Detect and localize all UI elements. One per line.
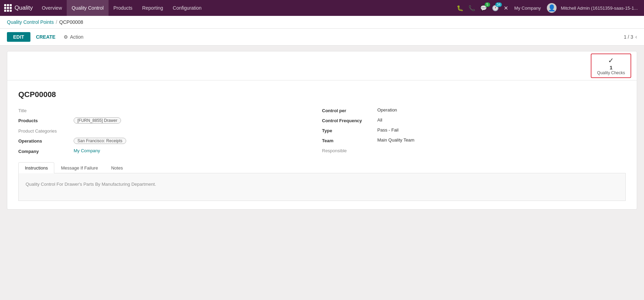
top-menu: Overview Quality Control Products Report…: [37, 0, 454, 16]
operations-tag[interactable]: San Francisco: Receipts: [74, 138, 126, 144]
quality-checks-label: Quality Checks: [597, 70, 625, 75]
breadcrumb-parent[interactable]: Quality Control Points: [7, 19, 54, 25]
title-label: Title: [18, 107, 74, 113]
menu-reporting[interactable]: Reporting: [137, 0, 168, 16]
chat-badge: 5: [485, 2, 490, 7]
menu-configuration[interactable]: Configuration: [168, 0, 206, 16]
products-row: Products [FURN_8855] Drawer: [18, 117, 322, 124]
apps-grid-icon[interactable]: [4, 4, 12, 12]
pagination: 1 / 3 ‹: [624, 34, 637, 40]
form-left-column: Title Products [FURN_8855] Drawer Produc…: [18, 107, 322, 154]
company-name: My Company: [512, 6, 544, 11]
app-logo[interactable]: Quality: [4, 4, 33, 12]
type-row: Type Pass - Fail: [322, 127, 626, 133]
menu-overview[interactable]: Overview: [37, 0, 67, 16]
quality-checks-count: 1: [609, 65, 612, 70]
pagination-text: 1 / 3: [624, 34, 633, 40]
company-row: Company My Company: [18, 148, 322, 154]
breadcrumb-separator: /: [56, 19, 57, 25]
control-frequency-value: All: [377, 117, 626, 123]
activity-badge: 34: [495, 2, 502, 7]
responsible-row: Responsible: [322, 147, 626, 153]
product-categories-row: Product Categories: [18, 128, 322, 134]
type-value: Pass - Fail: [377, 127, 626, 133]
menu-products[interactable]: Products: [109, 0, 137, 16]
smart-buttons-bar: ✓ 1 Quality Checks: [7, 51, 637, 80]
action-button[interactable]: ⚙ Action: [61, 32, 86, 42]
menu-quality-control[interactable]: Quality Control: [67, 0, 109, 16]
breadcrumb-current: QCP00008: [59, 19, 83, 25]
products-label: Products: [18, 117, 74, 123]
control-per-label: Control per: [322, 107, 377, 113]
action-label: Action: [70, 34, 83, 40]
team-row: Team Main Quality Team: [322, 137, 626, 143]
app-name: Quality: [15, 4, 33, 11]
tab-content-instructions: Quality Control For Drawer's Parts By Ma…: [18, 173, 626, 201]
bug-icon[interactable]: 🐛: [455, 3, 465, 13]
tab-notes[interactable]: Notes: [104, 162, 129, 173]
record-id: QCP00008: [18, 90, 626, 99]
pagination-prev-icon[interactable]: ‹: [635, 34, 637, 40]
create-button[interactable]: CREATE: [35, 32, 57, 42]
settings-icon[interactable]: ✕: [502, 3, 510, 13]
team-label: Team: [322, 137, 377, 143]
operations-label: Operations: [18, 138, 74, 144]
type-label: Type: [322, 127, 377, 133]
products-value: [FURN_8855] Drawer: [74, 117, 322, 124]
instructions-text: Quality Control For Drawer's Parts By Ma…: [26, 182, 618, 187]
company-value: My Company: [74, 148, 322, 153]
checkmark-icon: ✓: [608, 56, 614, 65]
activity-icon[interactable]: 🕐 34: [491, 3, 500, 13]
quality-checks-button[interactable]: ✓ 1 Quality Checks: [591, 54, 631, 78]
gear-icon: ⚙: [64, 34, 68, 40]
form-right-column: Control per Operation Control Frequency …: [322, 107, 626, 154]
phone-icon[interactable]: 📞: [467, 3, 477, 13]
operations-value: San Francisco: Receipts: [74, 138, 322, 144]
tabs-bar: Instructions Message If Failure Notes: [18, 162, 626, 173]
tab-message-if-failure[interactable]: Message If Failure: [54, 162, 104, 173]
company-link[interactable]: My Company: [74, 148, 100, 153]
control-per-row: Control per Operation: [322, 107, 626, 113]
user-name: Mitchell Admin (16151359-saas-15-1...: [559, 6, 640, 11]
operations-row: Operations San Francisco: Receipts: [18, 138, 322, 144]
edit-button[interactable]: EDIT: [7, 32, 30, 42]
user-avatar[interactable]: 👤: [547, 3, 557, 13]
main-content: ✓ 1 Quality Checks QCP00008 Title Produc…: [0, 46, 644, 215]
products-tag[interactable]: [FURN_8855] Drawer: [74, 117, 121, 124]
responsible-label: Responsible: [322, 147, 377, 153]
form-card: QCP00008 Title Products [FURN_8855] Draw…: [7, 80, 637, 210]
chat-icon[interactable]: 💬 5: [479, 3, 488, 13]
company-label: Company: [18, 148, 74, 154]
tab-instructions[interactable]: Instructions: [18, 162, 54, 173]
topnav-icons: 🐛 📞 💬 5 🕐 34 ✕ My Company 👤 Mitchell Adm…: [455, 3, 640, 13]
control-frequency-label: Control Frequency: [322, 117, 377, 123]
breadcrumb: Quality Control Points / QCP00008: [0, 16, 644, 29]
control-per-value: Operation: [377, 107, 626, 113]
title-row: Title: [18, 107, 322, 113]
form-fields: Title Products [FURN_8855] Drawer Produc…: [18, 107, 626, 154]
team-value: Main Quality Team: [377, 137, 626, 143]
action-bar: EDIT CREATE ⚙ Action 1 / 3 ‹: [0, 29, 644, 46]
top-navigation: Quality Overview Quality Control Product…: [0, 0, 644, 16]
control-frequency-row: Control Frequency All: [322, 117, 626, 123]
product-categories-label: Product Categories: [18, 128, 74, 134]
